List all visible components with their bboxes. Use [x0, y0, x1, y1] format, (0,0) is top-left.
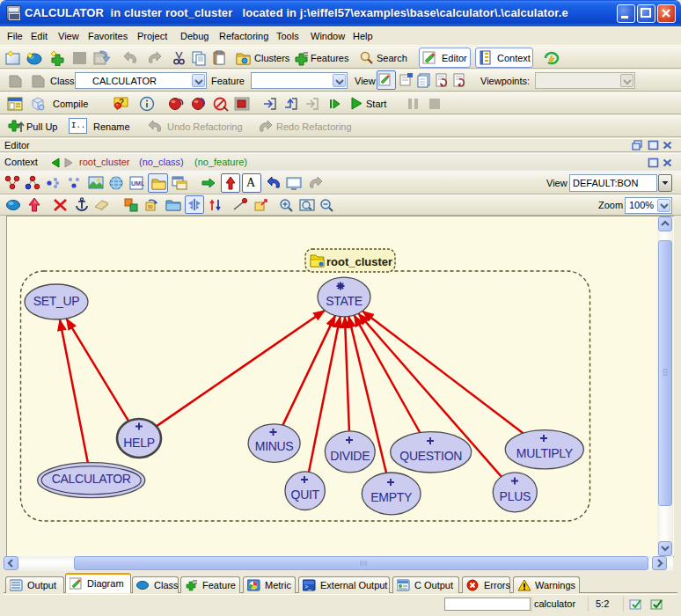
svg-text:>_: >_	[304, 583, 311, 590]
svg-text:CALCULATOR: CALCULATOR	[52, 472, 131, 486]
svg-text:MULTIPLY: MULTIPLY	[516, 446, 574, 460]
svg-text:STATE: STATE	[326, 294, 362, 308]
svg-text:QUESTION: QUESTION	[399, 449, 462, 463]
svg-text:QUIT: QUIT	[291, 488, 320, 502]
svg-text:EMPTY: EMPTY	[370, 490, 413, 504]
svg-text:DIVIDE: DIVIDE	[330, 449, 370, 463]
svg-text:UML: UML	[131, 180, 144, 187]
svg-text:90: 90	[148, 204, 153, 209]
svg-text:MINUS: MINUS	[255, 439, 294, 453]
svg-text:root_cluster: root_cluster	[326, 255, 392, 268]
svg-text:HELP: HELP	[123, 436, 154, 450]
svg-text:SET_UP: SET_UP	[33, 294, 80, 308]
svg-text:PLUS: PLUS	[500, 489, 531, 503]
